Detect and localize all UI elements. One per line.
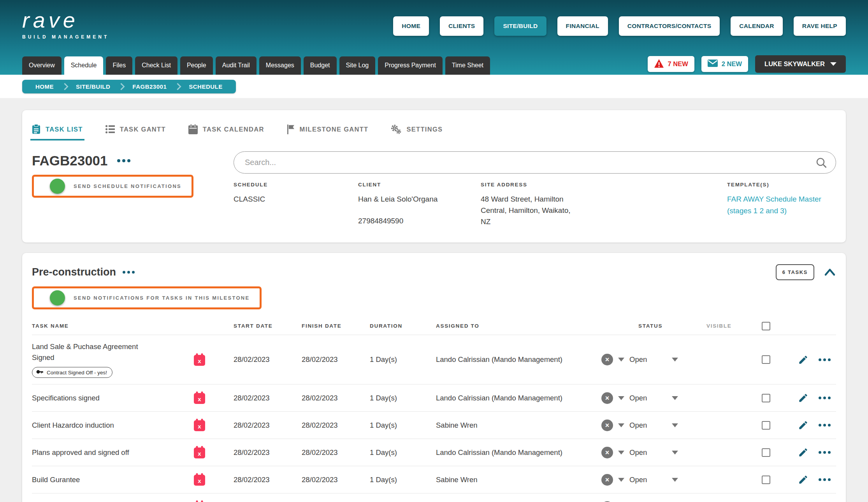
project-tab-messages[interactable]: Messages <box>259 56 301 75</box>
row-checkbox[interactable] <box>762 448 770 457</box>
svg-text:x: x <box>198 450 201 457</box>
row-checkbox[interactable] <box>762 421 770 430</box>
status-value: Open <box>629 421 656 430</box>
assignee-dropdown-caret[interactable] <box>618 423 624 427</box>
user-menu-label: LUKE SKYWALKER <box>764 60 825 68</box>
breadcrumb-fagb23001[interactable]: FAGB23001 <box>121 83 177 90</box>
main-nav-financial[interactable]: FINANCIAL <box>557 16 608 36</box>
edit-task-button[interactable] <box>798 474 808 485</box>
project-tab-people[interactable]: People <box>180 56 213 75</box>
breadcrumb-site-build[interactable]: SITE/BUILD <box>65 83 121 90</box>
project-tab-progress-payment[interactable]: Progress Payment <box>378 56 443 75</box>
search-icon[interactable] <box>815 157 827 170</box>
task-search <box>234 151 836 174</box>
assignee-dropdown-caret[interactable] <box>618 396 624 400</box>
task-rows: Land Sale & Puchase Agreement Signed Con… <box>32 335 836 502</box>
row-checkbox[interactable] <box>762 355 770 364</box>
row-menu-button[interactable] <box>819 397 831 399</box>
user-menu-button[interactable]: LUKE SKYWALKER <box>755 55 846 73</box>
edit-task-button[interactable] <box>798 447 808 458</box>
status-cell: × Open <box>594 447 703 458</box>
assignee-dropdown-caret[interactable] <box>618 478 624 482</box>
calendar-alert-icon[interactable]: x <box>193 500 206 502</box>
status-cell: × Open <box>594 392 703 404</box>
project-tab-time-sheet[interactable]: Time Sheet <box>445 56 490 75</box>
project-tab-site-log[interactable]: Site Log <box>339 56 376 75</box>
alerts-badge-label: 7 NEW <box>668 60 688 68</box>
project-tab-overview[interactable]: Overview <box>22 56 61 75</box>
table-row: Land Sale & Puchase Agreement Signed Con… <box>32 335 836 384</box>
project-tab-files[interactable]: Files <box>106 56 132 75</box>
row-actions <box>782 355 836 365</box>
calendar-cell: x <box>193 353 234 366</box>
status-dropdown-caret[interactable] <box>672 478 678 482</box>
row-checkbox[interactable] <box>762 394 770 402</box>
top-header: rave BUILD MANAGEMENT HOMECLIENTSSITE/BU… <box>0 0 868 75</box>
alerts-badge-button[interactable]: 7 NEW <box>648 56 694 72</box>
select-all-checkbox[interactable] <box>762 322 770 330</box>
row-menu-button[interactable] <box>819 358 831 361</box>
status-dropdown-caret[interactable] <box>672 423 678 427</box>
status-dropdown-caret[interactable] <box>672 358 678 362</box>
messages-badge-button[interactable]: 2 NEW <box>701 56 748 72</box>
clear-assignee-icon[interactable]: × <box>601 420 613 431</box>
duration: 1 Day(s) <box>370 355 436 364</box>
project-menu-button[interactable] <box>117 159 130 162</box>
breadcrumb-home[interactable]: HOME <box>25 83 65 90</box>
schedule-notifications-toggle[interactable] <box>40 181 65 191</box>
brand-logo: rave BUILD MANAGEMENT <box>22 9 109 40</box>
project-tab-schedule[interactable]: Schedule <box>64 56 104 75</box>
schedule-notifications-highlight: SEND SCHEDULE NOTIFICATIONS <box>32 175 193 198</box>
project-tab-audit-trail[interactable]: Audit Trail <box>216 56 257 75</box>
row-checkbox[interactable] <box>762 476 770 484</box>
table-row: Plans approved and signed off x 28/02/20… <box>32 439 836 466</box>
project-tab-budget[interactable]: Budget <box>304 56 337 75</box>
view-tab-task-calendar[interactable]: TASK CALENDAR <box>188 124 264 140</box>
view-tab-settings[interactable]: SETTINGS <box>391 124 443 140</box>
project-tab-check-list[interactable]: Check List <box>135 56 177 75</box>
row-actions <box>782 474 836 485</box>
start-date: 28/02/2023 <box>234 476 302 484</box>
col-header-start-date: START DATE <box>234 323 302 329</box>
calendar-alert-icon[interactable]: x <box>193 353 206 366</box>
main-nav-rave-help[interactable]: RAVE HELP <box>794 16 846 36</box>
calendar-alert-icon[interactable]: x <box>193 473 206 486</box>
edit-task-button[interactable] <box>798 355 808 365</box>
calendar-alert-icon[interactable]: x <box>193 391 206 404</box>
task-name: Build Gurantee <box>32 474 160 485</box>
milestone-menu-button[interactable] <box>123 271 135 274</box>
main-nav-contractors-contacts[interactable]: CONTRACTORS/CONTACTS <box>619 16 720 36</box>
status-value: Open <box>629 476 656 484</box>
calendar-alert-icon[interactable]: x <box>193 419 206 432</box>
view-tab-task-gantt[interactable]: TASK GANTT <box>105 124 166 140</box>
client-phone: 27984849590 <box>358 215 481 226</box>
search-input[interactable] <box>244 158 811 167</box>
status-dropdown-caret[interactable] <box>672 451 678 455</box>
clear-assignee-icon[interactable]: × <box>601 474 613 486</box>
main-nav-site-build[interactable]: SITE/BUILD <box>494 16 546 36</box>
info-schedule: SCHEDULE CLASSIC <box>234 182 358 227</box>
edit-task-button[interactable] <box>798 393 808 403</box>
template-link[interactable]: FAR AWAY Schedule Master (stages 1 2 and… <box>727 193 834 217</box>
row-menu-button[interactable] <box>819 478 831 481</box>
row-menu-button[interactable] <box>819 424 831 427</box>
breadcrumb-schedule[interactable]: SCHEDULE <box>178 83 234 90</box>
clear-assignee-icon[interactable]: × <box>601 354 613 365</box>
row-menu-button[interactable] <box>819 451 831 454</box>
milestone-notifications-toggle[interactable] <box>40 293 65 303</box>
main-nav-home[interactable]: HOME <box>393 16 429 36</box>
edit-task-button[interactable] <box>798 420 808 430</box>
collapse-milestone-button[interactable] <box>824 268 836 276</box>
main-nav-calendar[interactable]: CALENDAR <box>731 16 782 36</box>
main-nav-clients[interactable]: CLIENTS <box>440 16 483 36</box>
calendar-alert-icon[interactable]: x <box>193 446 206 459</box>
clear-assignee-icon[interactable]: × <box>601 447 613 458</box>
status-dropdown-caret[interactable] <box>672 396 678 400</box>
view-tab-task-list[interactable]: TASK LIST <box>32 124 83 140</box>
view-tab-milestone-gantt[interactable]: MILESTONE GANTT <box>287 124 369 140</box>
clear-assignee-icon[interactable]: × <box>601 392 613 404</box>
assignee-dropdown-caret[interactable] <box>618 451 624 455</box>
status-value: Open <box>629 448 656 457</box>
start-date: 28/02/2023 <box>234 355 302 364</box>
assignee-dropdown-caret[interactable] <box>618 358 624 362</box>
